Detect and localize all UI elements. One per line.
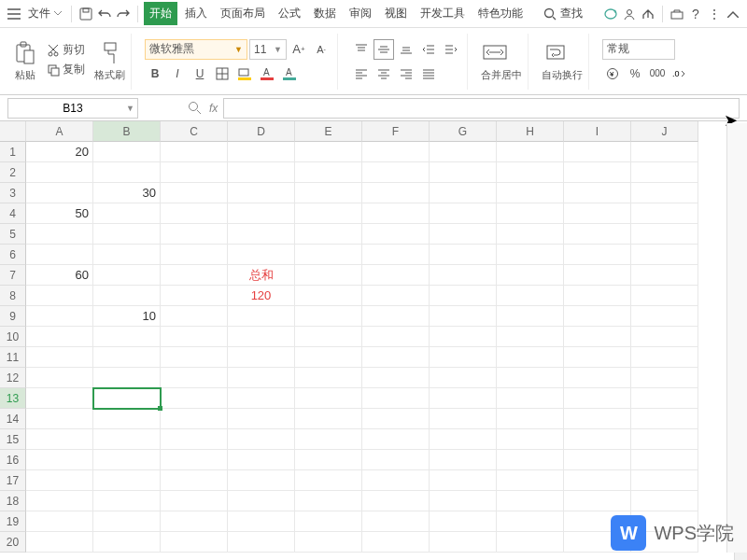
cell[interactable] <box>497 511 564 532</box>
cell[interactable] <box>161 532 228 553</box>
currency-icon[interactable]: ¥ <box>602 63 623 84</box>
menu-icon[interactable] <box>6 6 22 22</box>
cell[interactable] <box>430 306 497 327</box>
cell[interactable] <box>362 203 430 224</box>
tab-dev[interactable]: 开发工具 <box>415 2 471 25</box>
row-header[interactable]: 16 <box>0 450 26 470</box>
fill-color-icon[interactable] <box>234 63 255 84</box>
font-select[interactable]: 微软雅黑▼ <box>145 39 247 60</box>
cell[interactable] <box>161 511 228 532</box>
cell[interactable] <box>228 203 295 224</box>
cell[interactable] <box>295 409 362 429</box>
cell[interactable] <box>228 368 295 388</box>
cell[interactable] <box>497 306 564 327</box>
cell[interactable] <box>430 286 497 306</box>
cell[interactable] <box>430 245 497 265</box>
cell[interactable] <box>295 491 362 511</box>
col-header[interactable]: A <box>26 121 93 142</box>
col-header[interactable]: E <box>295 121 362 142</box>
cell[interactable] <box>93 511 161 532</box>
align-top-icon[interactable] <box>351 39 372 60</box>
wrap-icon[interactable] <box>542 40 570 64</box>
sync-icon[interactable] <box>602 6 619 22</box>
cell[interactable] <box>161 265 228 286</box>
cell[interactable] <box>26 409 93 429</box>
cell[interactable] <box>362 142 430 162</box>
cell[interactable] <box>93 491 161 511</box>
cell[interactable] <box>564 162 631 183</box>
cell[interactable] <box>228 142 295 162</box>
cell[interactable] <box>228 409 295 429</box>
cell[interactable] <box>497 327 564 347</box>
increase-font-icon[interactable]: A+ <box>289 39 309 60</box>
cell[interactable] <box>93 388 161 409</box>
share-icon[interactable] <box>640 6 656 22</box>
cell[interactable] <box>497 245 564 265</box>
italic-icon[interactable]: I <box>167 63 188 84</box>
cell[interactable] <box>93 429 161 450</box>
cell[interactable] <box>26 347 93 368</box>
col-header[interactable]: F <box>362 121 430 142</box>
row-header[interactable]: 13 <box>0 388 26 409</box>
cell[interactable] <box>93 470 161 491</box>
tab-review[interactable]: 审阅 <box>344 2 377 25</box>
cell[interactable] <box>26 245 93 265</box>
row-header[interactable]: 2 <box>0 162 26 183</box>
cell[interactable] <box>497 491 564 511</box>
cell[interactable] <box>362 347 430 368</box>
cell[interactable] <box>631 491 698 511</box>
cell[interactable] <box>497 532 564 553</box>
cell[interactable] <box>631 245 698 265</box>
cell[interactable] <box>362 368 430 388</box>
cell[interactable] <box>93 450 161 470</box>
justify-icon[interactable] <box>418 63 439 84</box>
cell[interactable] <box>161 183 228 203</box>
cell[interactable]: 120 <box>228 286 295 306</box>
cell[interactable] <box>497 203 564 224</box>
cell[interactable] <box>93 245 161 265</box>
cell[interactable] <box>26 368 93 388</box>
save-icon[interactable] <box>78 6 94 22</box>
cell[interactable] <box>564 245 631 265</box>
cell[interactable] <box>430 450 497 470</box>
cell[interactable] <box>430 388 497 409</box>
tab-layout[interactable]: 页面布局 <box>215 2 271 25</box>
cell[interactable] <box>295 224 362 245</box>
cell[interactable] <box>497 183 564 203</box>
cell[interactable] <box>362 470 430 491</box>
cell[interactable] <box>228 429 295 450</box>
cell[interactable] <box>362 183 430 203</box>
file-menu[interactable]: 文件 <box>24 4 65 23</box>
cell[interactable] <box>497 347 564 368</box>
cell[interactable] <box>161 429 228 450</box>
row-header[interactable]: 8 <box>0 286 26 306</box>
cell[interactable] <box>497 286 564 306</box>
bold-icon[interactable]: B <box>145 63 165 84</box>
cell[interactable] <box>93 224 161 245</box>
paste-label[interactable]: 粘贴 <box>13 68 37 82</box>
cell[interactable] <box>430 265 497 286</box>
collapse-icon[interactable] <box>725 6 741 22</box>
align-left-icon[interactable] <box>351 63 372 84</box>
cell[interactable] <box>362 327 430 347</box>
cell[interactable] <box>26 183 93 203</box>
row-header[interactable]: 20 <box>0 532 26 553</box>
cell[interactable] <box>26 224 93 245</box>
cell[interactable] <box>26 286 93 306</box>
col-header[interactable]: G <box>430 121 497 142</box>
merge-icon[interactable] <box>481 40 509 64</box>
row-header[interactable]: 12 <box>0 368 26 388</box>
cell[interactable] <box>497 162 564 183</box>
cell[interactable] <box>362 224 430 245</box>
row-header[interactable]: 18 <box>0 491 26 511</box>
row-header[interactable]: 10 <box>0 327 26 347</box>
cell[interactable] <box>295 162 362 183</box>
user-icon[interactable] <box>621 6 638 22</box>
cell[interactable] <box>295 183 362 203</box>
decrease-font-icon[interactable]: A- <box>311 39 331 60</box>
row-header[interactable]: 3 <box>0 183 26 203</box>
cell[interactable] <box>631 347 698 368</box>
format-painter-icon[interactable] <box>100 40 120 66</box>
cell[interactable] <box>161 203 228 224</box>
row-header[interactable]: 19 <box>0 511 26 532</box>
